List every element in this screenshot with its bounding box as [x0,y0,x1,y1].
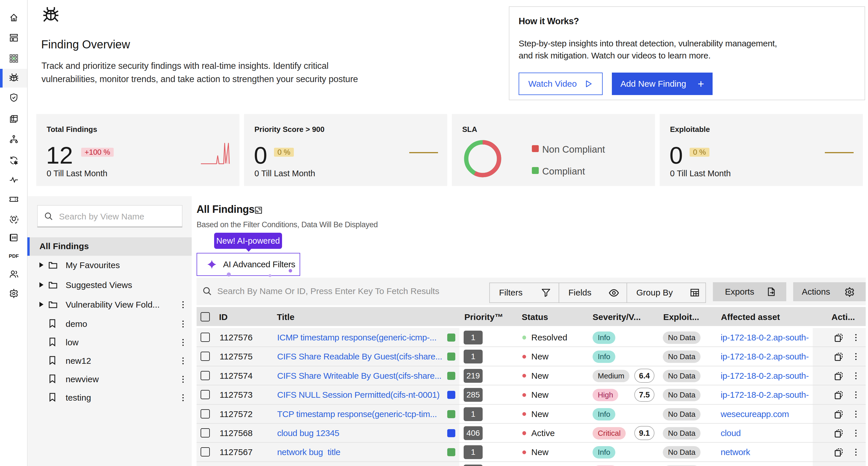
svg-text:PDF: PDF [9,253,19,259]
